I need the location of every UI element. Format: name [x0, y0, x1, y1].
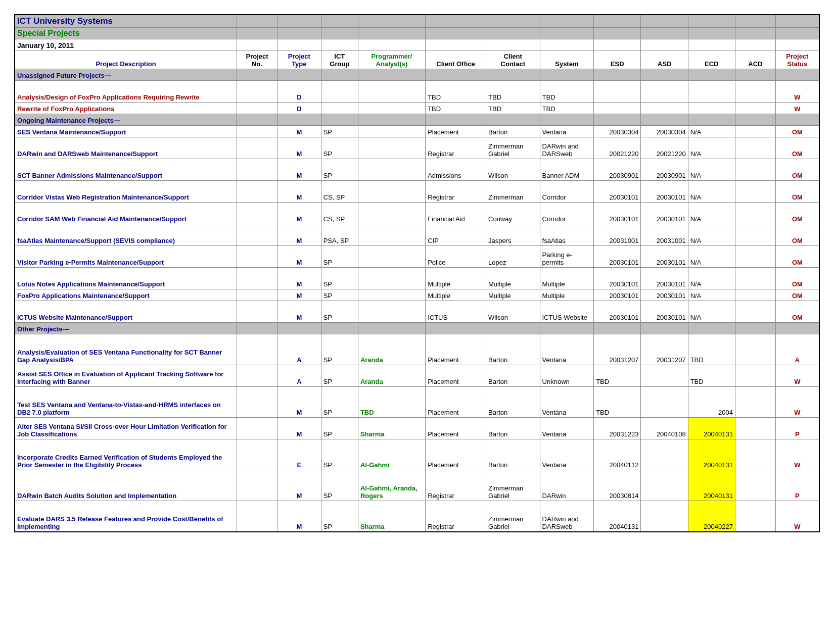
client-office: Registrar [426, 470, 486, 501]
system: Corridor [540, 203, 594, 224]
ecd: 20040131 [688, 418, 735, 439]
asd: 20030101 [641, 203, 688, 224]
asd: 20021220 [641, 137, 688, 159]
project-status: OM [775, 203, 819, 224]
column-header: ASD [641, 51, 688, 69]
client-contact: Conway [486, 203, 540, 224]
column-header: ClientContact [486, 51, 540, 69]
project-status: W [775, 103, 819, 114]
acd [735, 137, 775, 159]
project-description: SCT Banner Admissions Maintenance/Suppor… [15, 159, 237, 181]
esd [594, 81, 641, 103]
client-office: Financial Aid [426, 203, 486, 224]
report-date: January 10, 2011 [15, 39, 237, 51]
project-type: M [277, 289, 321, 301]
analyst: TBD [358, 387, 425, 418]
acd [735, 103, 775, 114]
system: Unknown [540, 365, 594, 387]
acd [735, 246, 775, 268]
esd: 20030814 [594, 470, 641, 501]
asd [641, 470, 688, 501]
client-contact: TBD [486, 103, 540, 114]
ict-group: SP [321, 126, 358, 137]
asd: 20030101 [641, 301, 688, 323]
project-description: SES Ventana Maintenance/Support [15, 126, 237, 137]
client-contact: Wilson [486, 301, 540, 323]
client-office: TBD [426, 81, 486, 103]
ict-group: SP [321, 470, 358, 501]
project-status: W [775, 439, 819, 470]
system: Multiple [540, 289, 594, 301]
project-type: A [277, 365, 321, 387]
project-status: OM [775, 137, 819, 159]
client-contact: Barton [486, 387, 540, 418]
client-office: Placement [426, 439, 486, 470]
section-header: Other Projects--- [15, 323, 237, 334]
acd [735, 365, 775, 387]
report-title: Special Projects [15, 28, 237, 39]
system: ICTUS Website [540, 301, 594, 323]
ict-group: SP [321, 334, 358, 365]
esd: 20030901 [594, 159, 641, 181]
acd [735, 387, 775, 418]
ict-group: SP [321, 159, 358, 181]
asd: 20030901 [641, 159, 688, 181]
project-status: W [775, 365, 819, 387]
analyst [358, 246, 425, 268]
asd [641, 365, 688, 387]
ecd: N/A [688, 224, 735, 246]
client-contact: Multiple [486, 268, 540, 289]
project-type: M [277, 268, 321, 289]
project-type: D [277, 103, 321, 114]
client-contact: Wilson [486, 159, 540, 181]
esd: 20031207 [594, 334, 641, 365]
org-title: ICT University Systems [15, 15, 237, 28]
esd: 20040131 [594, 501, 641, 532]
ict-group: PSA, SP [321, 224, 358, 246]
column-header: Client Office [426, 51, 486, 69]
analyst [358, 159, 425, 181]
client-contact: Zimmerman [486, 181, 540, 203]
esd: TBD [594, 365, 641, 387]
esd: 20021220 [594, 137, 641, 159]
ecd: N/A [688, 159, 735, 181]
asd: 20030101 [641, 289, 688, 301]
asd [641, 103, 688, 114]
ecd [688, 81, 735, 103]
client-contact: TBD [486, 81, 540, 103]
acd [735, 181, 775, 203]
acd [735, 289, 775, 301]
acd [735, 203, 775, 224]
project-type: M [277, 126, 321, 137]
asd: 20031207 [641, 334, 688, 365]
ict-group: SP [321, 439, 358, 470]
acd [735, 418, 775, 439]
analyst [358, 181, 425, 203]
client-office: CIP [426, 224, 486, 246]
system: Ventana [540, 439, 594, 470]
acd [735, 470, 775, 501]
client-office: Police [426, 246, 486, 268]
esd: 20030101 [594, 268, 641, 289]
acd [735, 268, 775, 289]
asd [641, 439, 688, 470]
system: Ventana [540, 334, 594, 365]
project-description: Corridor SAM Web Financial Aid Maintenan… [15, 203, 237, 224]
project-status: W [775, 501, 819, 532]
client-contact: Zimmerman Gabriel [486, 501, 540, 532]
column-header: ProjectNo. [237, 51, 277, 69]
project-status: OM [775, 246, 819, 268]
asd [641, 81, 688, 103]
esd: 20031223 [594, 418, 641, 439]
client-contact: Zimmerman Gabriel [486, 470, 540, 501]
ecd: 2004 [688, 387, 735, 418]
analyst: Sharma [358, 418, 425, 439]
esd: 20040112 [594, 439, 641, 470]
ict-group: CS, SP [321, 203, 358, 224]
project-status: W [775, 387, 819, 418]
ecd: N/A [688, 301, 735, 323]
column-header: Project Description [15, 51, 237, 69]
system: TBD [540, 81, 594, 103]
asd: 20030101 [641, 246, 688, 268]
ecd: N/A [688, 137, 735, 159]
